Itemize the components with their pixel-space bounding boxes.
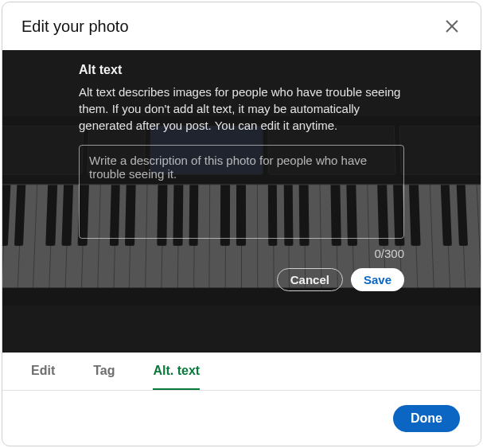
cancel-button[interactable]: Cancel — [277, 268, 343, 291]
alt-text-heading: Alt text — [79, 63, 404, 77]
photo-preview-area: Alt text Alt text describes images for p… — [2, 50, 481, 353]
tab-alt-text[interactable]: Alt. text — [153, 353, 200, 390]
character-count: 0/300 — [79, 247, 404, 260]
save-button[interactable]: Save — [351, 268, 404, 291]
dialog-footer: Done — [2, 391, 481, 446]
edit-photo-dialog: Edit your photo Alt text Alt text descri… — [2, 2, 481, 446]
dialog-title: Edit your photo — [21, 18, 129, 36]
overlay-button-row: Cancel Save — [79, 268, 404, 291]
close-button[interactable] — [439, 14, 465, 39]
close-icon — [443, 18, 461, 35]
alt-text-panel: Alt text Alt text describes images for p… — [79, 63, 404, 291]
tab-edit[interactable]: Edit — [31, 353, 55, 390]
alt-text-description: Alt text describes images for people who… — [79, 84, 404, 134]
alt-text-input[interactable] — [79, 145, 404, 239]
tab-tag[interactable]: Tag — [93, 353, 115, 390]
done-button[interactable]: Done — [393, 405, 460, 432]
tabs: Edit Tag Alt. text — [2, 353, 481, 391]
dialog-header: Edit your photo — [2, 2, 481, 50]
